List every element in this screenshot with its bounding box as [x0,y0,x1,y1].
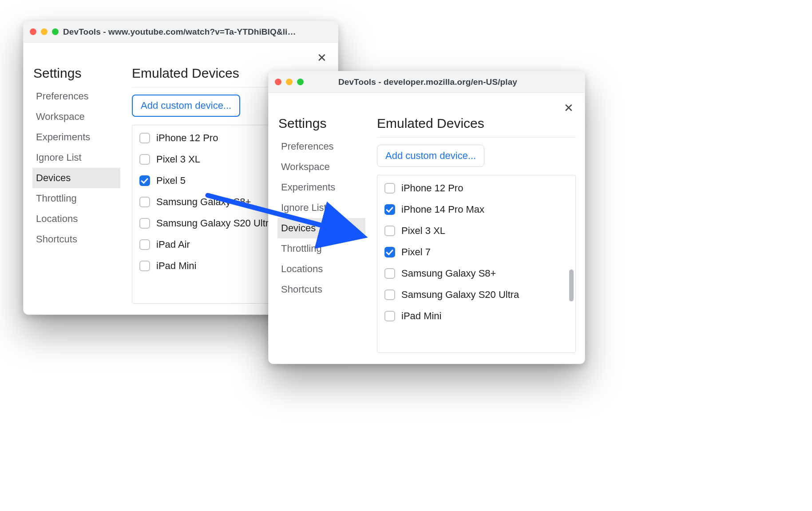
sidebar-item-label: Throttling [281,243,322,254]
sidebar-item-shortcuts[interactable]: Shortcuts [277,279,365,300]
device-row[interactable]: Samsung Galaxy S20 Ultra [384,289,568,301]
sidebar-item-shortcuts[interactable]: Shortcuts [32,229,120,250]
sidebar-item-throttling[interactable]: Throttling [32,188,120,209]
sidebar-item-label: Preferences [281,141,334,152]
sidebar-item-ignore-list[interactable]: Ignore List [277,198,365,218]
close-icon[interactable]: ✕ [315,51,329,65]
emulated-devices-heading: Emulated Devices [377,116,576,131]
device-label: Samsung Galaxy S8+ [401,268,496,279]
divider [377,137,576,138]
device-label: Samsung Galaxy S20 Ultra [401,289,519,301]
sidebar-item-label: Experiments [36,131,90,143]
sidebar-item-workspace[interactable]: Workspace [32,107,120,127]
sidebar-item-label: Devices [281,222,316,234]
sidebar-item-label: Shortcuts [281,284,322,295]
sidebar-item-devices[interactable]: Devices [277,218,365,238]
sidebar-item-workspace[interactable]: Workspace [277,157,365,177]
device-label: iPhone 12 Pro [156,132,218,144]
device-checkbox[interactable] [384,183,395,194]
settings-sidebar-a: Settings PreferencesWorkspaceExperiments… [32,66,120,304]
device-label: Pixel 7 [401,246,431,258]
sidebar-item-label: Workspace [36,111,85,123]
device-label: Samsung Galaxy S8+ [156,196,251,208]
add-custom-device-button[interactable]: Add custom device... [132,95,240,117]
device-checkbox[interactable] [139,218,150,229]
settings-heading: Settings [278,116,365,131]
device-list-b: iPhone 12 ProiPhone 14 Pro MaxPixel 3 XL… [377,175,576,353]
device-row[interactable]: iPhone 14 Pro Max [384,204,568,215]
device-label: Pixel 3 XL [401,225,445,237]
sidebar-item-experiments[interactable]: Experiments [277,177,365,198]
sidebar-item-label: Locations [281,263,323,275]
close-window-icon[interactable] [275,79,281,85]
titlebar-a: DevTools - www.youtube.com/watch?v=Ta-YT… [24,21,338,43]
minimize-window-icon[interactable] [41,28,48,35]
device-label: Pixel 3 XL [156,154,200,165]
device-label: iPad Air [156,239,190,250]
add-custom-device-button[interactable]: Add custom device... [377,145,484,167]
sidebar-item-label: Throttling [36,193,77,204]
device-checkbox[interactable] [139,175,150,186]
device-checkbox[interactable] [384,268,395,279]
minimize-window-icon[interactable] [286,79,293,85]
sidebar-item-label: Devices [36,172,71,184]
sidebar-item-locations[interactable]: Locations [32,209,120,229]
device-checkbox[interactable] [139,133,150,143]
device-label: iPhone 12 Pro [401,182,463,194]
sidebar-item-preferences[interactable]: Preferences [32,86,120,107]
device-label: iPhone 14 Pro Max [401,204,484,215]
zoom-window-icon[interactable] [297,79,304,85]
device-checkbox[interactable] [384,204,395,215]
sidebar-item-label: Locations [36,213,78,225]
sidebar-item-devices[interactable]: Devices [32,168,120,188]
window-title-b: DevTools - developer.mozilla.org/en-US/p… [308,77,547,87]
device-label: iPad Mini [401,310,441,322]
device-checkbox[interactable] [384,247,395,257]
sidebar-item-label: Experiments [281,182,335,193]
device-row[interactable]: Samsung Galaxy S8+ [384,268,568,279]
titlebar-b: DevTools - developer.mozilla.org/en-US/p… [269,71,585,93]
device-label: Pixel 5 [156,175,186,186]
sidebar-item-preferences[interactable]: Preferences [277,136,365,157]
close-window-icon[interactable] [30,28,36,35]
settings-heading: Settings [33,66,120,81]
device-checkbox[interactable] [384,226,395,236]
device-row[interactable]: iPhone 12 Pro [384,182,568,194]
sidebar-item-label: Ignore List [36,152,82,163]
scrollbar[interactable] [569,181,574,347]
device-checkbox[interactable] [139,154,150,165]
traffic-lights [30,28,59,35]
device-row[interactable]: Pixel 3 XL [384,225,568,237]
scrollbar-thumb[interactable] [569,269,574,301]
traffic-lights [275,79,304,85]
devtools-window-b: DevTools - developer.mozilla.org/en-US/p… [268,71,585,364]
device-label: Samsung Galaxy S20 Ultra [156,218,274,229]
sidebar-item-label: Ignore List [281,202,327,214]
sidebar-item-throttling[interactable]: Throttling [277,238,365,259]
window-title-a: DevTools - www.youtube.com/watch?v=Ta-YT… [63,27,301,37]
device-row[interactable]: Pixel 7 [384,246,568,258]
device-checkbox[interactable] [139,261,150,271]
sidebar-item-label: Workspace [281,161,330,173]
sidebar-item-experiments[interactable]: Experiments [32,127,120,147]
sidebar-item-label: Shortcuts [36,234,77,245]
device-checkbox[interactable] [384,311,395,321]
device-checkbox[interactable] [139,239,150,250]
device-label: iPad Mini [156,260,196,272]
settings-sidebar-b: Settings PreferencesWorkspaceExperiments… [277,116,365,353]
device-checkbox[interactable] [139,197,150,207]
sidebar-item-locations[interactable]: Locations [277,259,365,279]
device-checkbox[interactable] [384,289,395,300]
sidebar-item-ignore-list[interactable]: Ignore List [32,147,120,168]
sidebar-item-label: Preferences [36,91,89,102]
zoom-window-icon[interactable] [52,28,59,35]
settings-main-b: Emulated Devices Add custom device... iP… [377,116,576,353]
device-row[interactable]: iPad Mini [384,310,568,322]
close-icon[interactable]: ✕ [562,101,576,115]
